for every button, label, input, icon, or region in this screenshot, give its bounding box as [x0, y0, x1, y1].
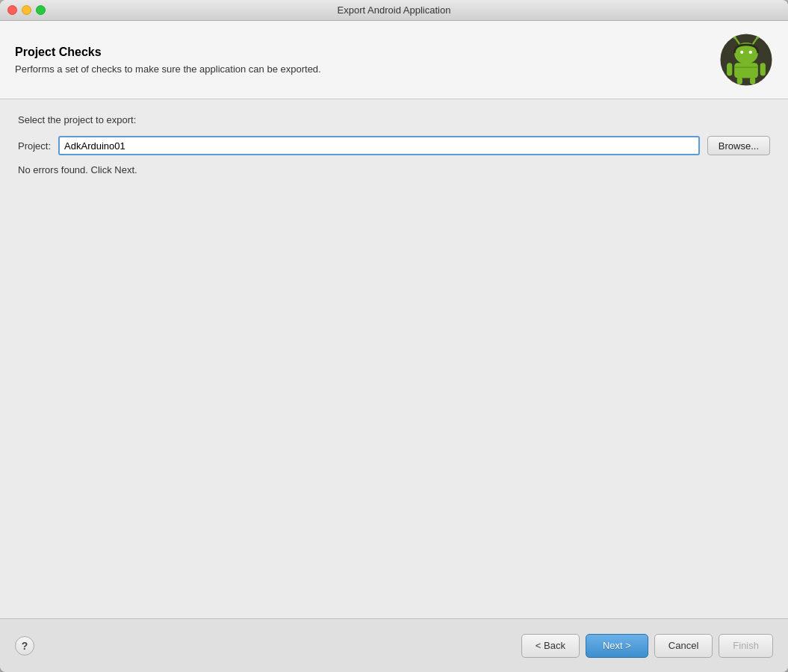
main-window: Export Android Application Project Check… — [0, 0, 788, 672]
project-input[interactable] — [58, 136, 700, 155]
page-title: Project Checks — [15, 46, 704, 59]
browse-button[interactable]: Browse... — [707, 136, 770, 155]
content-area: Select the project to export: Project: B… — [0, 99, 788, 618]
next-button[interactable]: Next > — [586, 634, 648, 658]
svg-point-5 — [756, 37, 759, 40]
back-button[interactable]: < Back — [521, 634, 580, 658]
project-field-label: Project: — [18, 140, 51, 152]
footer-left: ? — [15, 636, 521, 656]
header-section: Project Checks Performs a set of checks … — [0, 21, 788, 99]
window-controls — [7, 5, 46, 15]
maximize-button[interactable] — [36, 5, 46, 15]
help-button[interactable]: ? — [15, 636, 34, 656]
finish-button[interactable]: Finish — [719, 634, 773, 658]
select-project-label: Select the project to export: — [18, 114, 770, 125]
svg-point-7 — [749, 51, 752, 54]
android-icon — [719, 33, 773, 87]
svg-rect-12 — [750, 77, 755, 84]
svg-rect-11 — [737, 77, 742, 84]
window-title: Export Android Application — [338, 4, 451, 16]
svg-rect-10 — [760, 63, 766, 75]
close-button[interactable] — [7, 5, 17, 15]
project-row: Project: Browse... — [18, 136, 770, 155]
minimize-button[interactable] — [22, 5, 31, 15]
page-description: Performs a set of checks to make sure th… — [15, 63, 704, 75]
svg-point-6 — [740, 51, 743, 54]
svg-point-3 — [733, 37, 736, 40]
footer-buttons: < Back Next > Cancel Finish — [521, 634, 773, 658]
header-text-block: Project Checks Performs a set of checks … — [15, 46, 704, 75]
cancel-button[interactable]: Cancel — [654, 634, 713, 658]
svg-rect-8 — [734, 63, 758, 78]
svg-rect-9 — [727, 63, 732, 75]
title-bar: Export Android Application — [0, 0, 788, 21]
android-robot-svg — [719, 33, 773, 87]
footer: ? < Back Next > Cancel Finish — [0, 618, 788, 672]
status-text: No errors found. Click Next. — [18, 164, 770, 175]
